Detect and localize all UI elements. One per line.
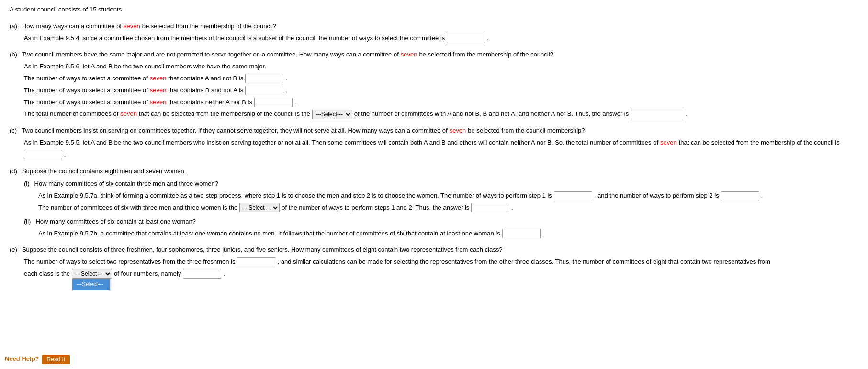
part-b-answer4[interactable] bbox=[631, 110, 683, 119]
part-c-label: (c) bbox=[10, 126, 17, 136]
part-b-answer3[interactable] bbox=[254, 98, 293, 107]
part-a-question: How many ways can a committee of bbox=[22, 22, 122, 32]
part-b-line4-seven: seven bbox=[150, 98, 167, 108]
part-c: (c) Two council members insist on servin… bbox=[10, 126, 858, 159]
part-b-question2: be selected from the membership of the c… bbox=[419, 50, 553, 60]
part-b-line1: As in Example 9.5.6, let A and B be the … bbox=[24, 63, 266, 70]
part-e-answer2[interactable] bbox=[183, 269, 221, 279]
part-b-answer2[interactable] bbox=[245, 86, 283, 95]
part-b-answer1[interactable] bbox=[245, 74, 283, 83]
part-e-line1-post: , and similar calculations can be made f… bbox=[277, 257, 770, 267]
part-c-line1-seven: seven bbox=[660, 138, 677, 148]
part-e-label: (e) bbox=[10, 245, 17, 255]
part-e-dropdown-list: ---Select--- sum product bbox=[72, 279, 110, 291]
part-d-i-select[interactable]: ---Select--- sum difference product bbox=[239, 203, 280, 212]
part-b-seven: seven bbox=[401, 50, 417, 60]
part-b-line2-seven: seven bbox=[150, 74, 167, 84]
part-a-line1: As in Example 9.5.4, since a committee c… bbox=[24, 34, 445, 44]
part-d-ii-label: (ii) bbox=[24, 217, 31, 227]
part-c-line1-pre: As in Example 9.5.5, let A and B be the … bbox=[24, 138, 658, 148]
part-e-dd-option-select[interactable]: ---Select--- bbox=[72, 279, 110, 290]
part-d-i-line2-post: of the number of ways to perform steps 1… bbox=[282, 203, 469, 213]
part-c-answer[interactable] bbox=[24, 150, 62, 159]
part-e-line2-post: of four numbers, namely bbox=[114, 269, 181, 279]
part-a-question2: be selected from the membership of the c… bbox=[142, 22, 276, 32]
part-a-label: (a) bbox=[10, 22, 17, 32]
part-d-ii-answer[interactable] bbox=[502, 229, 541, 238]
part-b-line3-seven: seven bbox=[150, 86, 167, 96]
part-e-dd-option-sum[interactable]: sum bbox=[72, 290, 110, 291]
part-a-seven: seven bbox=[124, 22, 140, 32]
part-e-answer1[interactable] bbox=[237, 257, 275, 267]
part-d: (d) Suppose the council contains eight m… bbox=[10, 167, 858, 239]
part-d-i-line1-pre: As in Example 9.5.7a, think of forming a… bbox=[38, 191, 552, 201]
part-d-i-line1-end: . bbox=[761, 191, 763, 201]
part-b-line5-seven: seven bbox=[120, 109, 137, 119]
part-b-line5-end: . bbox=[685, 109, 687, 119]
part-e-dropdown-wrapper: ---Select--- sum product ---Select--- su… bbox=[72, 269, 112, 279]
part-d-question: Suppose the council contains eight men a… bbox=[22, 167, 186, 177]
part-d-i-question: How many committees of six contain three… bbox=[34, 179, 218, 189]
part-b-line5-pre: The total number of committees of bbox=[24, 109, 118, 119]
part-b-line2-end: . bbox=[285, 74, 287, 84]
intro-text: A student council consists of 15 student… bbox=[10, 5, 858, 15]
part-c-question2: be selected from the council membership? bbox=[468, 126, 585, 136]
part-a-line1-end: . bbox=[487, 34, 489, 44]
part-d-i-line2-pre: The number of committees of six with thr… bbox=[38, 203, 237, 213]
part-e-question: Suppose the council consists of three fr… bbox=[22, 245, 503, 255]
part-b-label: (b) bbox=[10, 50, 17, 60]
part-e-line2-pre: each class is the bbox=[24, 269, 70, 279]
part-d-i-answer2[interactable] bbox=[721, 191, 759, 201]
part-e-select[interactable]: ---Select--- sum product bbox=[72, 269, 112, 279]
part-b-line3-end: . bbox=[285, 86, 287, 96]
part-b: (b) Two council members have the same ma… bbox=[10, 50, 858, 119]
part-c-line1-end: . bbox=[64, 150, 66, 160]
part-b-line5-post: of the number of committees with A and n… bbox=[354, 109, 629, 119]
part-d-i-answer3[interactable] bbox=[471, 203, 509, 212]
part-d-i-line2-end: . bbox=[511, 203, 513, 213]
part-c-line1-post: that can be selected from the membership… bbox=[679, 138, 840, 148]
part-b-line4-pre: The number of ways to select a committee… bbox=[24, 98, 148, 108]
part-b-line2-post: that contains A and not B is bbox=[168, 74, 243, 84]
part-d-i-label: (i) bbox=[24, 179, 30, 189]
part-b-line4-end: . bbox=[294, 98, 296, 108]
part-e-line1-pre: The number of ways to select two represe… bbox=[24, 257, 235, 267]
part-a-answer[interactable] bbox=[447, 34, 485, 43]
part-d-ii-question: How many committees of six contain at le… bbox=[35, 217, 196, 227]
part-b-line5-mid: that can be selected from the membership… bbox=[139, 109, 310, 119]
part-a: (a) How many ways can a committee of sev… bbox=[10, 22, 858, 44]
part-c-seven: seven bbox=[450, 126, 466, 136]
part-d-i-answer1[interactable] bbox=[554, 191, 592, 201]
part-b-line2-pre: The number of ways to select a committee… bbox=[24, 74, 148, 84]
part-d-label: (d) bbox=[10, 167, 17, 177]
part-b-line4-post: that contains neither A nor B is bbox=[168, 98, 252, 108]
part-b-line3-post: that contains B and not A is bbox=[168, 86, 243, 96]
part-b-select[interactable]: ---Select--- sum difference product bbox=[312, 110, 352, 119]
part-b-question: Two council members have the same major … bbox=[22, 50, 399, 60]
part-d-ii-line1-pre: As in Example 9.5.7b, a committee that c… bbox=[38, 229, 500, 239]
part-b-line3-pre: The number of ways to select a committee… bbox=[24, 86, 148, 96]
part-e: (e) Suppose the council consists of thre… bbox=[10, 245, 858, 279]
part-e-line2-end: . bbox=[223, 269, 225, 279]
part-c-question: Two council members insist on serving on… bbox=[22, 126, 447, 136]
part-d-i-line1-mid: , and the number of ways to perform step… bbox=[594, 191, 719, 201]
part-d-ii-line1-end: . bbox=[542, 229, 544, 239]
